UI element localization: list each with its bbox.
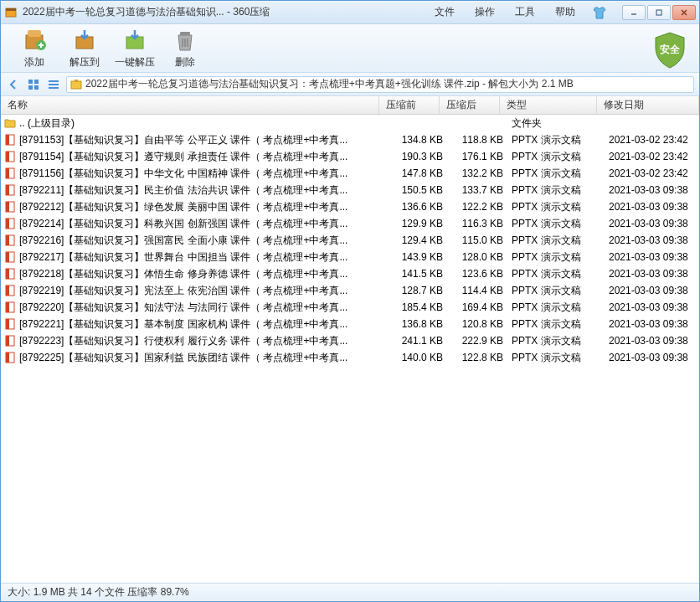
file-date: 2021-03-02 23:42: [609, 134, 696, 146]
file-row[interactable]: [8791154]【基础知识复习】遵守规则 承担责任 课件（ 考点梳理+中考真.…: [1, 148, 699, 165]
view-tiles-button[interactable]: [26, 77, 41, 92]
file-row[interactable]: [8792211]【基础知识复习】民主价值 法治共识 课件（ 考点梳理+中考真.…: [1, 182, 699, 198]
file-row[interactable]: [8792223]【基础知识复习】行使权利 履行义务 课件（ 考点梳理+中考真.…: [1, 332, 699, 349]
file-row[interactable]: [8791156]【基础知识复习】中华文化 中国精神 课件（ 考点梳理+中考真.…: [1, 165, 699, 182]
pptx-icon: [4, 167, 16, 179]
minimize-button[interactable]: [622, 5, 646, 20]
pptx-icon: [4, 151, 16, 162]
menu-file[interactable]: 文件: [435, 5, 455, 19]
file-name: [8792225]【基础知识复习】国家利益 民族团结 课件（ 考点梳理+中考真.…: [19, 351, 391, 365]
file-size-after: 123.6 KB: [451, 268, 512, 280]
file-row[interactable]: [8792216]【基础知识复习】强国富民 全面小康 课件（ 考点梳理+中考真.…: [1, 232, 699, 249]
menu-operate[interactable]: 操作: [475, 5, 495, 19]
close-button[interactable]: [672, 5, 696, 20]
extract-label: 解压到: [69, 55, 100, 69]
file-type: PPTX 演示文稿: [512, 133, 609, 147]
file-row[interactable]: [8792214]【基础知识复习】科教兴国 创新强国 课件（ 考点梳理+中考真.…: [1, 215, 699, 232]
file-list: .. (上级目录) 文件夹 [8791153]【基础知识复习】自由平等 公平正义…: [1, 115, 699, 583]
status-text: 大小: 1.9 MB 共 14 个文件 压缩率 89.7%: [8, 585, 189, 599]
col-after[interactable]: 压缩后: [440, 96, 500, 114]
svg-rect-19: [34, 80, 39, 84]
pptx-icon: [4, 234, 16, 246]
file-date: 2021-03-03 09:38: [609, 184, 696, 196]
file-size-after: 122.2 KB: [451, 201, 512, 213]
delete-icon: [172, 27, 198, 54]
pptx-icon: [4, 184, 16, 196]
file-date: 2021-03-03 09:38: [609, 268, 696, 280]
svg-rect-30: [6, 152, 9, 162]
skin-icon[interactable]: [592, 5, 607, 20]
add-icon: [21, 27, 48, 54]
file-date: 2021-03-03 09:38: [609, 335, 696, 347]
pptx-icon: [4, 268, 16, 280]
file-row[interactable]: [8792220]【基础知识复习】知法守法 与法同行 课件（ 考点梳理+中考真.…: [1, 299, 699, 316]
file-size-before: 136.6 KB: [391, 201, 451, 213]
extract-to-button[interactable]: 解压到: [59, 27, 110, 70]
svg-rect-18: [28, 80, 33, 84]
file-size-before: 136.8 KB: [391, 318, 451, 330]
back-button[interactable]: [6, 77, 21, 92]
pptx-icon: [4, 251, 16, 263]
file-date: 2021-03-03 09:38: [609, 301, 696, 313]
svg-rect-50: [6, 319, 9, 329]
svg-rect-54: [6, 352, 9, 363]
file-type: PPTX 演示文稿: [512, 351, 609, 365]
maximize-button[interactable]: [647, 5, 671, 20]
view-list-button[interactable]: [46, 77, 61, 92]
menu-help[interactable]: 帮助: [555, 5, 575, 19]
one-click-extract-button[interactable]: 一键解压: [110, 27, 160, 70]
file-name: [8792217]【基础知识复习】世界舞台 中国担当 课件（ 考点梳理+中考真.…: [19, 250, 391, 265]
file-size-before: 140.0 KB: [391, 352, 451, 363]
file-date: 2021-03-03 09:38: [609, 318, 696, 330]
file-type: PPTX 演示文稿: [512, 317, 609, 332]
file-size-after: 128.0 KB: [451, 251, 512, 263]
svg-rect-46: [6, 286, 9, 296]
col-before[interactable]: 压缩前: [379, 96, 440, 114]
file-size-before: 134.8 KB: [391, 134, 451, 146]
delete-button[interactable]: 删除: [160, 27, 210, 70]
file-name: [8792216]【基础知识复习】强国富民 全面小康 课件（ 考点梳理+中考真.…: [19, 234, 391, 248]
menu-tools[interactable]: 工具: [515, 5, 535, 19]
file-type: PPTX 演示文稿: [512, 234, 609, 248]
add-button[interactable]: 添加: [9, 27, 59, 70]
file-row[interactable]: [8792218]【基础知识复习】体悟生命 修身养德 课件（ 考点梳理+中考真.…: [1, 265, 699, 282]
app-icon: [4, 6, 18, 19]
file-name: [8792211]【基础知识复习】民主价值 法治共识 课件（ 考点梳理+中考真.…: [19, 183, 391, 198]
col-date[interactable]: 修改日期: [597, 96, 699, 114]
file-row[interactable]: [8792219]【基础知识复习】宪法至上 依宪治国 课件（ 考点梳理+中考真.…: [1, 282, 699, 299]
one-click-icon: [121, 27, 148, 54]
one-click-label: 一键解压: [115, 55, 155, 69]
file-date: 2021-03-03 09:38: [609, 201, 696, 213]
file-size-after: 132.2 KB: [451, 167, 512, 179]
file-row[interactable]: [8792212]【基础知识复习】绿色发展 美丽中国 课件（ 考点梳理+中考真.…: [1, 198, 699, 215]
file-size-before: 150.5 KB: [391, 184, 451, 196]
file-row[interactable]: [8792217]【基础知识复习】世界舞台 中国担当 课件（ 考点梳理+中考真.…: [1, 249, 699, 265]
toolbar: 添加 解压到 一键解压 删除 安全: [1, 24, 699, 73]
col-type[interactable]: 类型: [500, 96, 597, 114]
file-size-after: 133.7 KB: [451, 184, 512, 196]
file-size-before: 129.9 KB: [391, 218, 451, 229]
svg-rect-32: [6, 168, 9, 178]
folder-icon: [4, 117, 16, 129]
file-type: PPTX 演示文稿: [512, 301, 609, 315]
window-controls: [620, 5, 696, 20]
file-name: [8792219]【基础知识复习】宪法至上 依宪治国 课件（ 考点梳理+中考真.…: [19, 284, 391, 298]
file-type: PPTX 演示文稿: [512, 183, 609, 198]
svg-rect-26: [75, 80, 78, 82]
file-name: [8791154]【基础知识复习】遵守规则 承担责任 课件（ 考点梳理+中考真.…: [19, 150, 391, 164]
file-name: [8792223]【基础知识复习】行使权利 履行义务 课件（ 考点梳理+中考真.…: [19, 334, 391, 348]
col-name[interactable]: 名称: [1, 96, 379, 114]
svg-rect-20: [28, 85, 33, 90]
file-date: 2021-03-03 09:38: [609, 234, 696, 246]
pptx-icon: [4, 218, 16, 229]
file-row[interactable]: [8792225]【基础知识复习】国家利益 民族团结 课件（ 考点梳理+中考真.…: [1, 349, 699, 366]
file-size-before: 190.3 KB: [391, 151, 451, 162]
parent-folder-row[interactable]: .. (上级目录) 文件夹: [1, 115, 699, 131]
file-row[interactable]: [8792221]【基础知识复习】基本制度 国家机构 课件（ 考点梳理+中考真.…: [1, 316, 699, 332]
file-size-before: 241.1 KB: [391, 335, 451, 347]
path-bar[interactable]: 2022届中考一轮总复习道德与法治基础知识复习：考点梳理+中考真题+强化训练 课…: [66, 76, 694, 93]
file-row[interactable]: [8791153]【基础知识复习】自由平等 公平正义 课件（ 考点梳理+中考真.…: [1, 131, 699, 148]
security-shield-icon: 安全: [652, 31, 687, 69]
svg-rect-34: [6, 185, 9, 195]
file-size-after: 169.4 KB: [451, 301, 512, 313]
